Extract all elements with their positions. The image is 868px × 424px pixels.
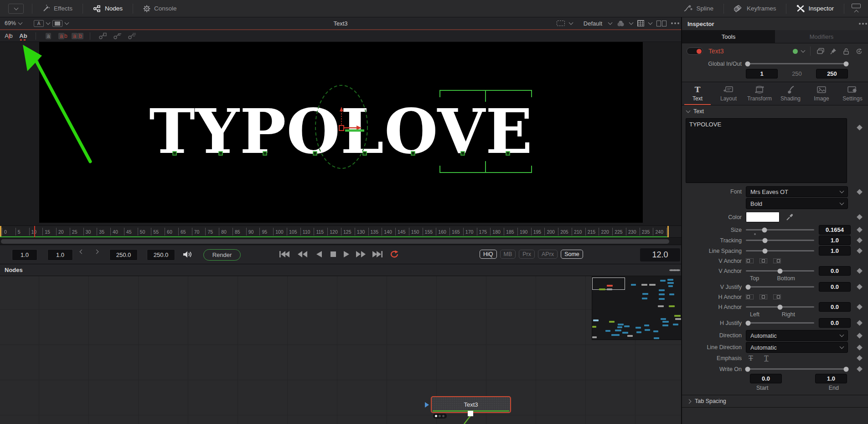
chevron-down-icon[interactable] — [801, 48, 806, 53]
global-out-handle[interactable] — [843, 61, 848, 66]
keyframe-icon[interactable] — [857, 227, 863, 233]
write-on-start-handle[interactable] — [745, 366, 750, 372]
global-in-out-slider[interactable] — [746, 63, 848, 64]
strikethrough-icon[interactable]: T — [746, 355, 756, 362]
tab-layout[interactable]: Layout — [713, 82, 744, 105]
goto-end-button[interactable] — [372, 250, 383, 259]
h-anchor-right-icon[interactable] — [773, 294, 781, 299]
tracking-handle[interactable] — [763, 238, 768, 243]
styled-text-input[interactable]: TYPOLOVE — [686, 118, 847, 183]
goto-start-button[interactable] — [279, 250, 290, 259]
line-spacing-slider[interactable] — [746, 250, 814, 251]
tab-text[interactable]: T Text — [682, 82, 713, 105]
v-justify-slider[interactable] — [746, 286, 814, 288]
font-style-dropdown[interactable]: Bold — [746, 198, 848, 209]
tab-transform[interactable]: Transform — [744, 82, 775, 105]
text-kerning-tool[interactable]: Ab — [17, 31, 29, 41]
node-output-square[interactable] — [468, 411, 473, 416]
chevron-down-icon[interactable] — [608, 21, 613, 25]
inspector-button[interactable]: Inspector — [786, 0, 844, 17]
timeline-ruler[interactable]: 0510152025303540455055606570758085909510… — [0, 225, 681, 237]
fast-forward-button[interactable] — [356, 250, 367, 259]
playback-field-2[interactable]: 1.0 — [47, 249, 73, 261]
v-anchor-handle[interactable] — [778, 268, 783, 273]
fast-rewind-button[interactable] — [297, 250, 308, 259]
keyframes-button[interactable]: Keyframes — [724, 0, 786, 17]
playback-field-1[interactable]: 1.0 — [12, 249, 37, 261]
keyframe-icon[interactable] — [857, 284, 863, 290]
size-field[interactable]: 0.1654 — [819, 225, 851, 235]
tab-image[interactable]: Image — [806, 82, 837, 105]
text-section-header[interactable]: Text — [682, 105, 868, 117]
h-anchor-left-icon[interactable] — [746, 294, 754, 299]
panel-toggle-button[interactable] — [844, 4, 868, 14]
guides-grid-icon[interactable] — [637, 20, 644, 26]
v-anchor-slider[interactable] — [746, 270, 814, 272]
keyframe-icon[interactable] — [857, 214, 863, 220]
write-on-start-field[interactable]: 0.0 — [750, 374, 782, 383]
node-minimap[interactable] — [592, 276, 681, 340]
roi-icon[interactable] — [557, 21, 565, 26]
v-anchor-middle-icon[interactable] — [760, 258, 767, 263]
v-anchor-field[interactable]: 0.0 — [819, 266, 851, 276]
some-toggle[interactable]: Some — [561, 250, 583, 259]
lock-icon[interactable] — [842, 48, 851, 55]
reset-icon[interactable] — [854, 48, 863, 55]
mb-toggle[interactable]: MB — [500, 250, 516, 259]
keyframe-icon[interactable] — [857, 189, 863, 195]
write-on-end-field[interactable]: 1.0 — [815, 374, 847, 383]
keyframe-icon[interactable] — [857, 320, 863, 326]
eyedropper-icon[interactable] — [786, 214, 793, 221]
keyframe-icon[interactable] — [857, 333, 863, 339]
prx-toggle[interactable]: Prx — [519, 250, 535, 259]
v-justify-field[interactable]: 0.0 — [819, 282, 851, 292]
scrollbar-thumb[interactable] — [1, 239, 669, 244]
underline-icon[interactable]: T — [761, 355, 771, 362]
range-end-field-2[interactable]: 250.0 — [147, 249, 175, 261]
font-family-dropdown[interactable]: Mrs Eaves OT — [746, 186, 848, 197]
chevron-down-icon[interactable] — [648, 21, 653, 25]
text-cursor-tool[interactable]: A|b — [3, 31, 15, 41]
keyframe-icon[interactable] — [857, 366, 863, 372]
tracking-slider[interactable] — [746, 240, 814, 241]
line-direction-dropdown[interactable]: Automatic — [746, 342, 848, 353]
keyframe-icon[interactable] — [857, 355, 863, 361]
playhead[interactable] — [34, 226, 35, 237]
step-back-button[interactable] — [80, 250, 84, 254]
effects-button[interactable]: Effects — [32, 0, 83, 17]
color-swatch[interactable] — [746, 212, 780, 222]
stop-button[interactable] — [329, 250, 337, 259]
tab-tools[interactable]: Tools — [682, 30, 775, 43]
audio-icon[interactable] — [182, 250, 192, 259]
keyframe-icon[interactable] — [857, 248, 863, 254]
node-input-triangle[interactable] — [425, 402, 429, 408]
write-on-slider[interactable] — [746, 368, 848, 370]
keyframe-icon[interactable] — [857, 237, 863, 243]
keyframe-icon[interactable] — [857, 125, 863, 131]
quick-menu-button[interactable] — [8, 4, 24, 14]
loop-button[interactable] — [389, 250, 399, 258]
nodes-options-menu[interactable] — [669, 269, 674, 271]
hiq-toggle[interactable]: HiQ — [480, 250, 497, 259]
render-button[interactable]: Render — [203, 249, 241, 261]
render-range-end-marker[interactable] — [667, 226, 669, 237]
dual-viewer-icon[interactable] — [656, 21, 666, 26]
insert-node-square-tool[interactable] — [97, 31, 108, 41]
insert-node-list-tool[interactable] — [126, 31, 138, 41]
char-select-tool[interactable]: a — [42, 31, 54, 41]
aprx-toggle[interactable]: APrx — [538, 250, 558, 259]
write-on-end-handle[interactable] — [843, 366, 848, 372]
h-anchor-slider[interactable] — [746, 306, 814, 308]
pin-icon[interactable] — [829, 48, 838, 55]
inspector-options-menu[interactable] — [859, 23, 861, 25]
color-wheels-icon[interactable] — [616, 20, 625, 27]
chevron-down-icon[interactable] — [568, 21, 573, 25]
h-justify-handle[interactable] — [745, 320, 750, 325]
h-anchor-center-icon[interactable] — [760, 294, 767, 299]
current-frame-field[interactable]: 12.0 — [640, 248, 680, 262]
versions-icon[interactable] — [816, 48, 825, 54]
v-anchor-bottom-icon[interactable] — [773, 258, 781, 263]
step-forward-button[interactable] — [94, 250, 99, 254]
tab-shading[interactable]: Shading — [775, 82, 806, 105]
node-enable-toggle[interactable] — [687, 47, 703, 55]
